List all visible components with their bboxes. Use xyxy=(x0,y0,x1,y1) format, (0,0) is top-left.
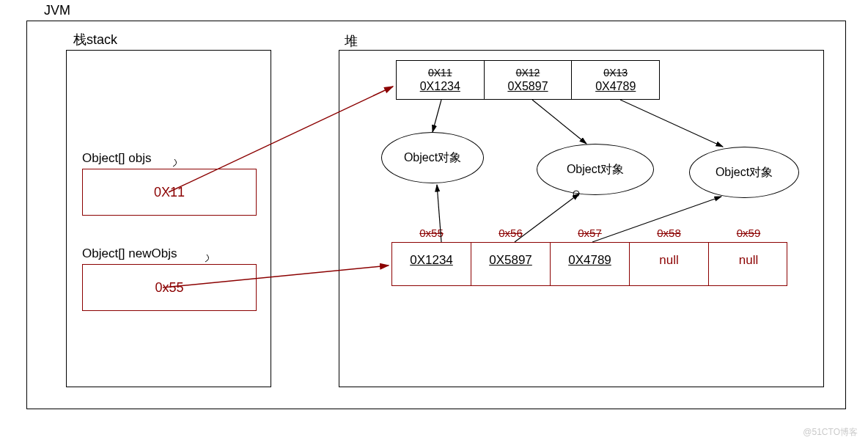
array-objs: 0X11 0X1234 0X12 0X5897 0X13 0X4789 xyxy=(396,60,660,100)
object-2: Object对象 xyxy=(537,144,654,195)
page-root: JVM 栈stack 堆 Object[] objs 0X11 Object[]… xyxy=(0,0,868,443)
array-objs-cell-2: 0X13 0X4789 xyxy=(572,61,659,99)
array-newobjs-cell-2: 0x57 0X4789 xyxy=(551,243,630,285)
array-objs-cell-0: 0X11 0X1234 xyxy=(397,61,484,99)
heap-label: 堆 xyxy=(345,32,358,50)
array-newobjs-cell-0: 0x55 0X1234 xyxy=(392,243,471,285)
array-newobjs-cell-1: 0x56 0X5897 xyxy=(471,243,551,285)
var-newobjs-box: 0x55 xyxy=(82,264,257,311)
var-newobjs-label: Object[] newObjs xyxy=(82,246,177,261)
var-objs-label: Object[] objs xyxy=(82,151,152,166)
array-objs-cell-1: 0X12 0X5897 xyxy=(484,61,572,99)
array-newobjs: 0x55 0X1234 0x56 0X5897 0x57 0X4789 0x58… xyxy=(391,242,787,286)
array-newobjs-cell-3: 0x58 null xyxy=(630,243,709,285)
heap-box xyxy=(339,50,824,387)
stack-box xyxy=(66,50,271,387)
jvm-label: JVM xyxy=(44,3,70,18)
watermark: @51CTO博客 xyxy=(803,426,858,439)
object-3: Object对象 xyxy=(689,147,799,198)
stack-label: 栈stack xyxy=(73,31,117,48)
var-objs-box: 0X11 xyxy=(82,169,257,216)
object-1: Object对象 xyxy=(381,132,484,183)
array-newobjs-cell-4: 0x59 null xyxy=(709,243,788,285)
